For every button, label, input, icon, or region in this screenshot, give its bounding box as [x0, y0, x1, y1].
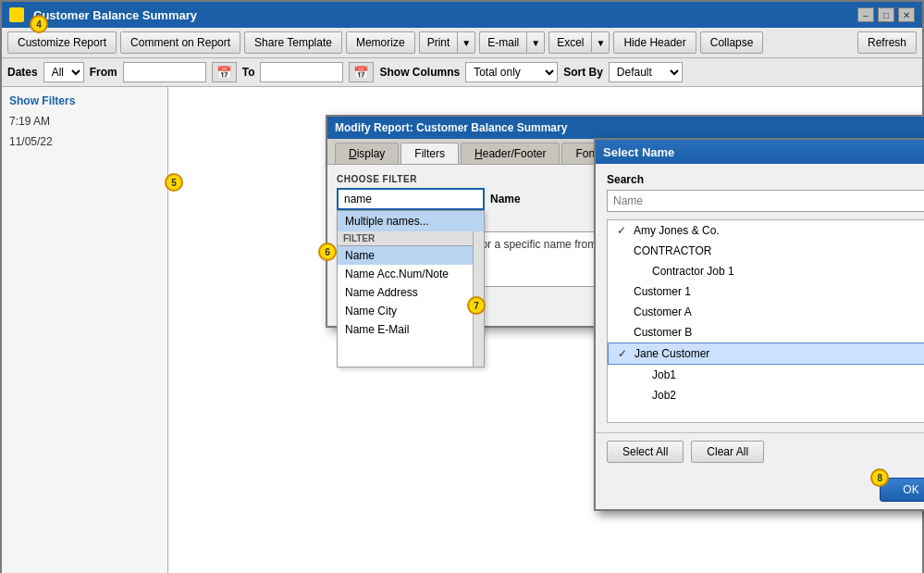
select-name-title-bar: Select Name ✕ — [596, 140, 924, 164]
show-columns-select[interactable]: Total only — [465, 62, 558, 82]
sort-by-label: Sort By — [563, 66, 603, 79]
checkmark-jane: ✓ — [618, 347, 631, 360]
select-name-footer: Select All Clear All — [596, 432, 924, 470]
checkmark-amy: ✓ — [617, 224, 630, 237]
excel-arrow-button[interactable]: ▼ — [591, 31, 610, 54]
tab-header-footer[interactable]: Header/Footer — [461, 143, 560, 164]
checkmark-contractor — [617, 244, 630, 257]
select-name-body: Search ✓ Amy Jones & Co. CONTRACTOR — [596, 164, 924, 432]
list-item-job1[interactable]: Job1 — [608, 365, 924, 385]
badge-6: 6 — [318, 243, 337, 261]
to-calendar-button[interactable]: 📅 — [349, 62, 374, 82]
app-icon-wrap: 4 — [9, 6, 28, 24]
email-split-button: E-mail ▼ — [479, 31, 545, 54]
list-item-customer1[interactable]: Customer 1 — [608, 281, 924, 302]
list-item-job2[interactable]: Job2 — [608, 385, 924, 405]
print-split-button: Print ▼ — [419, 31, 476, 54]
list-item-customer-b[interactable]: Customer B — [608, 322, 924, 343]
maximize-button[interactable]: □ — [878, 7, 894, 22]
filter-dropdown: Multiple names... FILTER Name Name Acc.N… — [337, 210, 485, 367]
tab-filters[interactable]: Filters — [400, 143, 459, 164]
list-item-contractor[interactable]: CONTRACTOR — [608, 241, 924, 261]
close-button[interactable]: ✕ — [898, 7, 915, 22]
show-columns-label: Show Columns — [379, 66, 460, 79]
checkmark-customer1 — [617, 285, 630, 298]
checkmark-job1 — [635, 368, 648, 381]
modify-report-title-bar: Modify Report: Customer Balance Summary … — [327, 117, 924, 139]
select-name-dialog: Select Name ✕ Search ✓ Amy Jones & Co. C… — [594, 138, 924, 511]
modify-report-title: Modify Report: Customer Balance Summary — [335, 121, 567, 134]
excel-split-button: Excel ▼ — [548, 31, 610, 54]
title-bar-controls: – □ ✕ — [857, 7, 915, 22]
ok-btn-wrap: 8 OK — [880, 478, 924, 502]
customize-report-button[interactable]: Customize Report — [7, 31, 117, 54]
title-bar: 4 Customer Balance Summary – □ ✕ — [2, 2, 922, 28]
dates-label: Dates — [7, 66, 38, 79]
sort-by-select[interactable]: Default — [609, 62, 683, 82]
toolbar: Customize Report Comment on Report Share… — [2, 28, 922, 58]
window-title: Customer Balance Summary — [33, 8, 197, 22]
comment-on-report-button[interactable]: Comment on Report — [120, 31, 240, 54]
filter-item-email[interactable]: Name E-Mail — [338, 320, 484, 339]
print-button[interactable]: Print — [419, 31, 458, 54]
filter-item-city[interactable]: Name City — [338, 302, 484, 320]
search-label: Search — [607, 173, 924, 186]
filter-bar: Dates All From 📅 To 📅 Show Columns Total… — [2, 58, 922, 87]
multiple-names-item[interactable]: Multiple names... — [338, 211, 484, 231]
filter-item-name[interactable]: Name — [338, 246, 484, 265]
from-calendar-button[interactable]: 📅 — [212, 62, 237, 82]
filter-column-header: FILTER — [338, 231, 484, 246]
excel-button[interactable]: Excel — [548, 31, 591, 54]
list-item-contractor-job1[interactable]: Contractor Job 1 — [608, 261, 924, 281]
print-arrow-button[interactable]: ▼ — [457, 31, 475, 54]
app-icon — [9, 7, 24, 22]
memorize-button[interactable]: Memorize — [346, 31, 415, 54]
checkmark-customer-a — [617, 305, 630, 318]
to-date-input[interactable] — [260, 62, 343, 82]
name-list-container[interactable]: ✓ Amy Jones & Co. CONTRACTOR Contractor … — [607, 219, 924, 423]
badge-5: 5 — [165, 173, 183, 192]
main-window: 4 Customer Balance Summary – □ ✕ Customi… — [0, 0, 924, 573]
select-all-button[interactable]: Select All — [607, 441, 684, 463]
email-button[interactable]: E-mail — [479, 31, 526, 54]
report-area: Modify Report: Customer Balance Summary … — [168, 87, 922, 573]
sidebar: Show Filters 7:19 AM 11/05/22 — [2, 87, 168, 573]
to-label: To — [242, 66, 255, 79]
dates-select[interactable]: All — [43, 62, 84, 82]
select-name-ok-cancel: 8 OK Cancel — [596, 470, 924, 509]
list-item-customer-a[interactable]: Customer A — [608, 302, 924, 322]
hide-header-button[interactable]: Hide Header — [613, 31, 696, 54]
clear-all-button[interactable]: Clear All — [691, 441, 764, 463]
list-item-amy[interactable]: ✓ Amy Jones & Co. — [608, 220, 924, 241]
select-name-title: Select Name — [603, 145, 674, 159]
collapse-button[interactable]: Collapse — [700, 31, 764, 54]
filter-item-acc-num[interactable]: Name Acc.Num/Note — [338, 265, 484, 283]
badge-4: 4 — [30, 15, 48, 33]
content-area: Show Filters 7:19 AM 11/05/22 Modify Rep… — [2, 87, 922, 573]
title-bar-left: 4 Customer Balance Summary — [9, 6, 197, 24]
minimize-button[interactable]: – — [857, 7, 874, 22]
badge-7: 7 — [467, 296, 486, 315]
checkmark-job2 — [635, 389, 648, 402]
sidebar-date: 11/05/22 — [9, 135, 160, 148]
search-input[interactable] — [607, 190, 924, 212]
email-arrow-button[interactable]: ▼ — [526, 31, 545, 54]
checkmark-contractor-job1 — [635, 265, 648, 278]
from-date-input[interactable] — [123, 62, 206, 82]
share-template-button[interactable]: Share Template — [244, 31, 342, 54]
sidebar-time: 7:19 AM — [9, 115, 160, 128]
show-filters-link[interactable]: Show Filters — [9, 94, 160, 107]
filter-item-address[interactable]: Name Address — [338, 283, 484, 302]
tab-display[interactable]: Display — [335, 143, 399, 164]
filter-list-scroll: Name Name Acc.Num/Note Name Address Name… — [338, 246, 484, 367]
checkmark-customer-b — [617, 326, 630, 339]
filter-name-right-label: Name — [490, 193, 521, 206]
from-label: From — [90, 66, 117, 79]
refresh-button[interactable]: Refresh — [857, 31, 917, 54]
filter-name-input[interactable] — [337, 188, 485, 210]
list-item-jane[interactable]: ✓ Jane Customer — [608, 343, 924, 365]
